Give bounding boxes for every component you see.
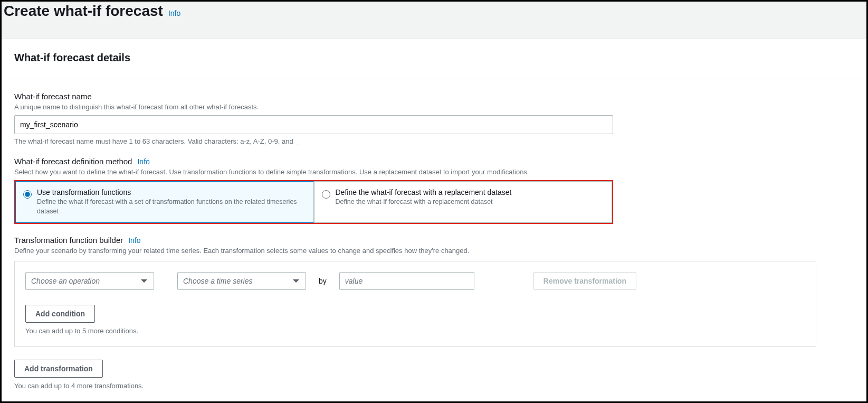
option-replace-title: Define the what-if forecast with a repla… (336, 188, 604, 196)
forecast-name-hint: The what-if forecast name must have 1 to… (14, 137, 854, 145)
builder-info-link[interactable]: Info (128, 236, 140, 245)
transformation-builder-group: Transformation function builder Info Def… (14, 236, 854, 390)
conditions-hint: You can add up to 5 more conditions. (25, 327, 805, 335)
transformation-box: Choose an operation Choose a time series… (14, 261, 816, 347)
option-replacement-dataset[interactable]: Define the what-if forecast with a repla… (314, 181, 613, 223)
builder-label: Transformation function builder (14, 236, 123, 245)
transformation-row: Choose an operation Choose a time series… (25, 272, 805, 290)
page-title-text: Create what-if forecast (4, 3, 163, 20)
by-label: by (319, 277, 327, 285)
timeseries-select[interactable]: Choose a time series (177, 272, 306, 290)
definition-method-info-link[interactable]: Info (137, 157, 149, 166)
section-title-details: What-if forecast details (14, 52, 854, 64)
page-header: Create what-if forecast Info (2, 2, 866, 39)
page-title-info-link[interactable]: Info (168, 9, 180, 17)
remove-transformation-button[interactable]: Remove transformation (533, 272, 636, 290)
option-use-transformation[interactable]: Use transformation functions Define the … (15, 181, 314, 223)
operation-select-placeholder: Choose an operation (31, 277, 100, 285)
value-input[interactable] (339, 272, 474, 290)
forecast-name-desc: A unique name to distinguish this what-i… (14, 103, 854, 111)
option-transform-title: Use transformation functions (37, 188, 305, 196)
forecast-name-input[interactable] (14, 115, 613, 134)
operation-select[interactable]: Choose an operation (25, 272, 154, 290)
definition-method-label: What-if forecast definition method (14, 157, 132, 166)
definition-method-group: What-if forecast definition method Info … (14, 157, 854, 224)
forecast-name-label: What-if forecast name (14, 92, 854, 101)
definition-method-options: Use transformation functions Define the … (14, 180, 613, 224)
option-replace-desc: Define the what-if forecast with a repla… (336, 198, 604, 207)
definition-method-desc: Select how you want to define the what-i… (14, 168, 854, 176)
option-use-transformation-radio[interactable] (23, 190, 32, 199)
timeseries-select-placeholder: Choose a time series (183, 277, 253, 285)
add-condition-button[interactable]: Add condition (25, 305, 95, 323)
main-content: What-if forecast details What-if forecas… (2, 39, 866, 390)
option-replacement-dataset-radio[interactable] (322, 190, 330, 199)
divider (2, 79, 866, 79)
transformations-hint: You can add up to 4 more transformations… (14, 382, 854, 390)
page-title: Create what-if forecast Info (2, 2, 866, 20)
forecast-name-group: What-if forecast name A unique name to d… (14, 92, 854, 145)
builder-desc: Define your scenario by transforming you… (14, 247, 854, 255)
option-transform-desc: Define the what-if forecast with a set o… (37, 198, 305, 216)
add-transformation-button[interactable]: Add transformation (14, 360, 103, 378)
